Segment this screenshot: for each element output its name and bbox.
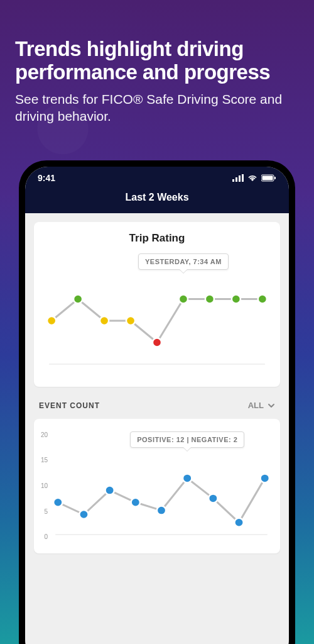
content-area: Trip Rating YESTERDAY, 7:34 AM EVENT COU… [25,213,289,644]
trip-rating-tooltip: YESTERDAY, 7:34 AM [138,253,229,270]
app-promo-background: Trends highlight driving performance and… [0,0,314,644]
event-count-filter[interactable]: ALL [248,401,275,410]
svg-rect-5 [263,176,273,180]
svg-point-14 [205,295,214,304]
wifi-icon [247,174,257,182]
hero-subtitle: See trends for FICO® Safe Driving Score … [15,91,299,125]
status-time: 9:41 [38,173,55,183]
svg-point-21 [131,498,140,507]
phone-frame: 9:41 Last 2 Weeks Trip Rating YESTERDAY,… [19,160,295,644]
svg-point-10 [100,316,109,325]
svg-point-12 [153,338,161,347]
svg-point-25 [234,518,243,527]
phone-screen: 9:41 Last 2 Weeks Trip Rating YESTERDAY,… [25,167,289,644]
svg-rect-0 [232,179,234,182]
svg-point-16 [258,295,267,304]
svg-point-8 [47,316,56,325]
status-bar: 9:41 [38,173,276,183]
svg-point-19 [79,510,88,519]
hero-title: Trends highlight driving performance and… [15,38,299,84]
svg-point-15 [232,295,241,304]
battery-icon [261,174,276,182]
trip-rating-chart[interactable]: YESTERDAY, 7:34 AM [43,250,271,375]
svg-rect-6 [274,177,276,179]
svg-point-9 [73,295,82,304]
ytick: 5 [44,508,48,515]
svg-point-11 [126,316,135,325]
svg-rect-1 [236,177,237,182]
svg-point-24 [208,494,217,502]
event-count-label: EVENT COUNT [39,401,100,410]
app-topbar: 9:41 Last 2 Weeks [25,167,289,213]
svg-rect-3 [242,174,244,182]
event-count-card: 20 15 10 5 0 POSITIVE: 12 | NEGATIVE: 2 [34,419,280,553]
trip-rating-title: Trip Rating [43,232,271,245]
chevron-down-icon [268,402,275,409]
event-count-header: EVENT COUNT ALL [39,401,275,410]
status-icons [232,174,276,182]
svg-point-26 [261,474,269,482]
ytick: 0 [44,533,48,540]
event-count-tooltip: POSITIVE: 12 | NEGATIVE: 2 [130,431,244,448]
ytick: 15 [41,456,48,463]
ytick: 10 [41,482,48,489]
event-count-chart[interactable]: 20 15 10 5 0 POSITIVE: 12 | NEGATIVE: 2 [51,429,271,542]
svg-point-18 [53,498,62,507]
svg-point-23 [183,474,192,482]
hero: Trends highlight driving performance and… [0,0,314,125]
svg-point-20 [105,486,114,495]
cellular-icon [232,174,244,182]
event-count-filter-label: ALL [248,401,264,410]
svg-point-22 [157,506,166,515]
ytick: 20 [41,431,48,438]
svg-point-13 [179,295,188,304]
trip-rating-card: Trip Rating YESTERDAY, 7:34 AM [34,222,280,387]
page-title: Last 2 Weeks [38,192,276,203]
svg-rect-2 [239,175,241,182]
